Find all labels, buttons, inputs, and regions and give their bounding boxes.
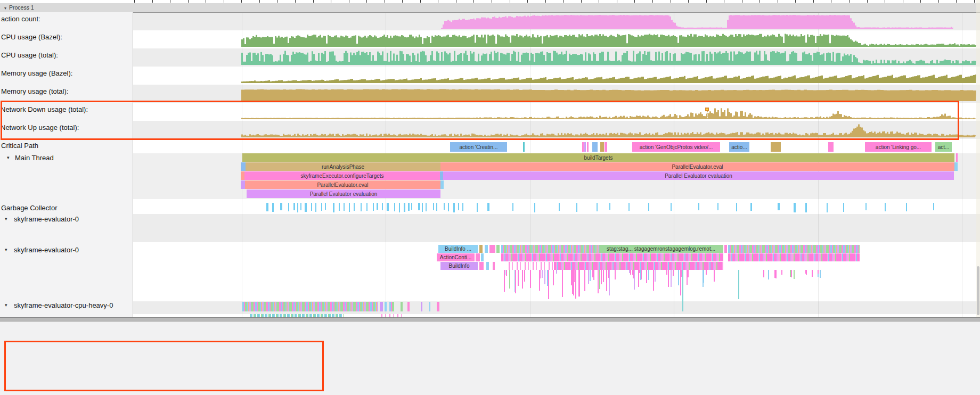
collapse-arrow-icon[interactable]: ▾ bbox=[5, 247, 7, 252]
gc-tick[interactable] bbox=[377, 203, 378, 210]
track-label[interactable]: skyframe-evaluator-cpu-heavy-0 bbox=[14, 301, 113, 309]
counter-chart-net-up[interactable] bbox=[133, 121, 980, 139]
skyframe-evaluator-mosaic[interactable] bbox=[728, 245, 860, 253]
gc-tick[interactable] bbox=[805, 203, 807, 212]
gc-tick[interactable] bbox=[387, 203, 389, 211]
collapse-arrow-icon[interactable]: ▾ bbox=[5, 302, 7, 308]
cpu-heavy-mosaic[interactable] bbox=[242, 302, 378, 311]
gc-tick[interactable] bbox=[394, 203, 395, 211]
main-thread-slice[interactable]: ParallelEvaluator.eval bbox=[440, 162, 954, 171]
counter-chart-net-down[interactable] bbox=[133, 103, 980, 121]
collapse-arrow-icon[interactable]: ▾ bbox=[4, 6, 6, 11]
collapse-arrow-icon[interactable]: ▾ bbox=[7, 155, 10, 160]
gc-tick[interactable] bbox=[339, 203, 340, 211]
gc-tick[interactable] bbox=[344, 203, 345, 211]
gc-tick[interactable] bbox=[609, 203, 610, 210]
gc-tick[interactable] bbox=[266, 203, 268, 211]
main-thread-slice[interactable] bbox=[241, 162, 246, 171]
critical-path-slice[interactable] bbox=[523, 142, 525, 152]
critical-path-slice[interactable]: action 'GenObjcProtos video/... bbox=[632, 142, 720, 152]
main-thread-slice[interactable] bbox=[956, 153, 958, 162]
gc-tick[interactable] bbox=[436, 203, 437, 211]
skyframe-evaluator-mosaic[interactable] bbox=[554, 262, 723, 270]
gc-tick[interactable] bbox=[293, 203, 295, 210]
cpu-heavy-slice[interactable] bbox=[429, 302, 430, 311]
critical-path-slice[interactable] bbox=[828, 142, 834, 152]
gc-tick[interactable] bbox=[361, 203, 362, 211]
main-thread-slice[interactable]: ParallelEvaluator.eval bbox=[245, 180, 440, 189]
gc-tick[interactable] bbox=[648, 203, 649, 211]
critical-path-slice[interactable]: action 'Linking go... bbox=[865, 142, 932, 152]
gc-tick[interactable] bbox=[325, 203, 326, 210]
skyframe-evaluator-slice[interactable] bbox=[485, 245, 488, 253]
track-label[interactable]: CPU usage (Bazel): bbox=[1, 33, 62, 41]
cpu-heavy-slice[interactable] bbox=[421, 302, 422, 311]
critical-path-slice[interactable]: action 'Creatin... bbox=[450, 142, 507, 152]
gc-tick[interactable] bbox=[349, 203, 350, 212]
skyframe-evaluator-mosaic[interactable] bbox=[501, 253, 723, 261]
gc-tick[interactable] bbox=[280, 203, 282, 210]
track-label[interactable]: Network Down usage (total): bbox=[1, 105, 88, 113]
counter-chart-cpu-bazel[interactable] bbox=[133, 30, 980, 48]
track-label[interactable]: Main Thread bbox=[15, 154, 54, 162]
critical-path-slice[interactable] bbox=[605, 142, 607, 152]
main-thread-slice[interactable]: runAnalysisPhase bbox=[246, 162, 440, 171]
main-thread-slice[interactable] bbox=[241, 180, 245, 189]
main-thread-slice[interactable] bbox=[241, 171, 244, 180]
main-thread-slice[interactable] bbox=[440, 180, 444, 189]
skyframe-evaluator-slice[interactable] bbox=[486, 262, 489, 270]
track-label[interactable]: skyframe-evaluator-0 bbox=[14, 246, 79, 254]
gc-tick[interactable] bbox=[750, 203, 752, 211]
gc-tick[interactable] bbox=[373, 203, 374, 211]
cpu-heavy-slice[interactable] bbox=[380, 302, 383, 311]
counter-chart-cpu-total[interactable] bbox=[133, 48, 980, 67]
gc-tick[interactable] bbox=[458, 203, 459, 210]
main-thread-slice[interactable]: skyframeExecutor.configureTargets bbox=[244, 171, 440, 180]
gc-tick[interactable] bbox=[315, 203, 316, 212]
skyframe-evaluator-slice[interactable] bbox=[496, 245, 500, 253]
gc-tick[interactable] bbox=[411, 203, 412, 210]
gc-tick[interactable] bbox=[885, 203, 886, 211]
skyframe-evaluator-slice[interactable] bbox=[489, 245, 495, 253]
gc-tick[interactable] bbox=[366, 203, 368, 211]
track-label[interactable]: action count: bbox=[1, 15, 40, 23]
gc-tick[interactable] bbox=[933, 203, 934, 210]
gc-tick[interactable] bbox=[906, 203, 907, 211]
critical-path-slice[interactable]: actio... bbox=[729, 142, 749, 152]
skyframe-evaluator-slice[interactable] bbox=[724, 245, 727, 253]
gc-tick[interactable] bbox=[671, 203, 672, 211]
main-thread-slice[interactable] bbox=[954, 162, 958, 171]
gc-tick[interactable] bbox=[333, 203, 334, 212]
critical-path-slice[interactable] bbox=[592, 142, 598, 152]
gc-tick[interactable] bbox=[843, 203, 844, 212]
gc-tick[interactable] bbox=[444, 203, 445, 210]
selected-sample-marker[interactable] bbox=[705, 108, 709, 111]
gc-tick[interactable] bbox=[399, 203, 400, 212]
gc-tick[interactable] bbox=[698, 203, 699, 210]
critical-path-slice[interactable]: act... bbox=[935, 142, 952, 152]
counter-chart-action-count[interactable] bbox=[133, 12, 980, 30]
main-thread-slice[interactable]: Parallel Evaluator evaluation bbox=[247, 190, 440, 198]
critical-path-slice[interactable] bbox=[584, 142, 586, 152]
cpu-heavy-slice[interactable] bbox=[401, 302, 403, 311]
gc-tick[interactable] bbox=[404, 203, 405, 212]
skyframe-evaluator-mosaic[interactable] bbox=[509, 262, 554, 270]
process-group-header[interactable]: ▾Process 1 bbox=[0, 3, 980, 13]
gc-tick[interactable] bbox=[559, 203, 560, 211]
skyframe-evaluator-slice[interactable] bbox=[493, 262, 495, 270]
main-thread-slice[interactable]: buildTargets bbox=[242, 153, 954, 162]
collapse-arrow-icon[interactable]: ▾ bbox=[5, 216, 7, 221]
gc-tick[interactable] bbox=[453, 203, 455, 212]
skyframe-evaluator-slice[interactable]: BuildInfo bbox=[440, 262, 478, 270]
track-label[interactable]: Critical Path bbox=[1, 142, 38, 150]
gc-tick[interactable] bbox=[534, 203, 535, 212]
gc-tick[interactable] bbox=[462, 203, 463, 211]
skyframe-evaluator-slice[interactable] bbox=[476, 253, 480, 261]
cpu-heavy-slice[interactable] bbox=[385, 302, 387, 311]
skyframe-evaluator-slice[interactable]: ActionConti... bbox=[437, 253, 475, 261]
counter-chart-mem-bazel[interactable] bbox=[133, 67, 980, 85]
gc-tick[interactable] bbox=[512, 203, 513, 211]
gc-tick[interactable] bbox=[321, 203, 322, 211]
gc-tick[interactable] bbox=[305, 203, 307, 212]
cpu-heavy-slice[interactable] bbox=[407, 302, 410, 311]
